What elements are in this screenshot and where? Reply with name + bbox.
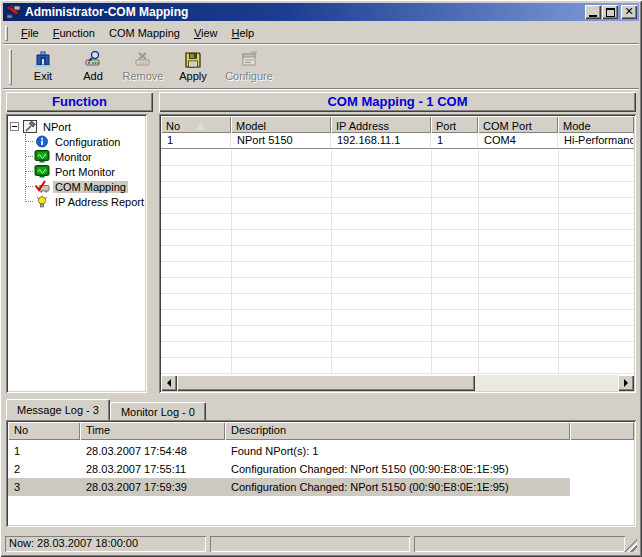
- table-row[interactable]: 1 NPort 5150 192.168.11.1 1 COM4 Hi-Perf…: [161, 133, 634, 149]
- column-header-no[interactable]: No: [161, 116, 231, 133]
- log-cell-description: Configuration Changed: NPort 5150 (00:90…: [225, 463, 570, 475]
- horizontal-scrollbar[interactable]: [161, 375, 634, 391]
- menubar-gripper[interactable]: [5, 26, 8, 41]
- tree-label-ip-address-report[interactable]: IP Address Report: [53, 196, 146, 208]
- tab-monitor-log[interactable]: Monitor Log - 0: [110, 402, 206, 420]
- cell-ip-address: 192.168.11.1: [331, 133, 431, 148]
- log-cell-description: Configuration Changed: NPort 5150 (00:90…: [225, 481, 570, 493]
- column-header-ip-address[interactable]: IP Address: [331, 116, 431, 133]
- log-column-time[interactable]: Time: [80, 422, 225, 440]
- info-icon: [34, 135, 50, 148]
- log-cell-no: 3: [8, 481, 80, 493]
- log-tabs: Message Log - 3 Monitor Log - 0: [6, 399, 206, 420]
- window-title: Administrator-COM Mapping: [25, 5, 584, 19]
- minimize-icon: [589, 15, 597, 17]
- tree-label-com-mapping[interactable]: COM Mapping: [53, 181, 128, 193]
- port-monitor-icon: [34, 165, 50, 178]
- column-divider: [478, 150, 479, 375]
- add-icon: [82, 51, 104, 69]
- menu-file[interactable]: File: [14, 25, 46, 41]
- menu-bar: File Function COM Mapping View Help: [3, 23, 639, 44]
- remove-button: Remove: [118, 47, 168, 87]
- function-panel-title: Function: [6, 92, 153, 112]
- apply-label: Apply: [179, 70, 207, 82]
- close-button[interactable]: ✕: [621, 5, 637, 19]
- log-column-filler: [570, 422, 634, 440]
- column-header-port[interactable]: Port: [431, 116, 478, 133]
- tab-message-log[interactable]: Message Log - 3: [6, 399, 110, 420]
- toolbar: Exit Add Remove: [3, 45, 639, 89]
- remove-label: Remove: [123, 70, 164, 82]
- log-cell-description: Found NPort(s): 1: [225, 445, 570, 457]
- menu-com-mapping[interactable]: COM Mapping: [102, 25, 187, 41]
- menu-help[interactable]: Help: [225, 25, 262, 41]
- log-cell-time: 28.03.2007 17:59:39: [80, 481, 225, 493]
- tree-item-com-mapping[interactable]: COM Mapping: [10, 179, 147, 194]
- column-divider: [231, 150, 232, 375]
- scrollbar-thumb[interactable]: [177, 375, 475, 391]
- tree-label-monitor[interactable]: Monitor: [53, 151, 94, 163]
- status-bar: Now: 28.03.2007 18:00:00: [3, 534, 639, 554]
- log-column-no[interactable]: No: [8, 422, 80, 440]
- tree-label-port-monitor[interactable]: Port Monitor: [53, 166, 117, 178]
- tree-node-nport[interactable]: NPort: [10, 119, 147, 134]
- maximize-button[interactable]: [602, 5, 618, 19]
- log-cell-no: 1: [8, 445, 80, 457]
- scroll-right-button[interactable]: [618, 375, 634, 391]
- column-divider: [431, 150, 432, 375]
- minimize-button[interactable]: [585, 5, 601, 19]
- status-panel-3: [414, 536, 625, 552]
- add-label: Add: [83, 70, 103, 82]
- configure-label: Configure: [225, 70, 273, 82]
- resize-grip[interactable]: [624, 539, 637, 552]
- column-header-model[interactable]: Model: [231, 116, 331, 133]
- log-cell-time: 28.03.2007 17:54:48: [80, 445, 225, 457]
- app-window: Administrator-COM Mapping ✕ File Functio…: [0, 0, 642, 557]
- add-button[interactable]: Add: [68, 47, 118, 87]
- status-now: Now: 28.03.2007 18:00:00: [5, 536, 206, 552]
- column-divider: [331, 150, 332, 375]
- maximize-icon: [606, 8, 615, 17]
- toolbar-gripper[interactable]: [9, 49, 12, 85]
- configure-icon: [238, 51, 260, 69]
- apply-button[interactable]: Apply: [168, 47, 218, 87]
- log-row-selected[interactable]: 3 28.03.2007 17:59:39 Configuration Chan…: [8, 478, 570, 496]
- exit-button[interactable]: Exit: [18, 47, 68, 87]
- tree-item-monitor[interactable]: Monitor: [10, 149, 147, 164]
- log-column-description[interactable]: Description: [225, 422, 570, 440]
- scroll-right-icon: [624, 379, 628, 387]
- status-panel-2: [210, 536, 410, 552]
- remove-icon: [132, 51, 154, 69]
- exit-icon: [32, 51, 54, 69]
- tree-item-port-monitor[interactable]: Port Monitor: [10, 164, 147, 179]
- menu-view[interactable]: View: [187, 25, 225, 41]
- log-cell-no: 2: [8, 463, 80, 475]
- title-bar[interactable]: Administrator-COM Mapping ✕: [3, 3, 639, 21]
- log-header-row: No Time Description: [8, 422, 634, 440]
- cell-com-port: COM4: [478, 133, 558, 148]
- log-row[interactable]: 1 28.03.2007 17:54:48 Found NPort(s): 1: [8, 442, 570, 460]
- column-header-mode[interactable]: Mode: [558, 116, 634, 133]
- collapse-icon[interactable]: [10, 122, 19, 131]
- column-divider: [558, 150, 559, 375]
- nport-icon: [22, 120, 38, 133]
- apply-icon: [182, 51, 204, 69]
- log-row[interactable]: 2 28.03.2007 17:55:11 Configuration Chan…: [8, 460, 570, 478]
- table-header-row: No Model IP Address Port COM Port Mode: [161, 116, 634, 133]
- message-log-table: No Time Description 1 28.03.2007 17:54:4…: [6, 420, 636, 527]
- scroll-left-icon: [167, 379, 171, 387]
- menu-function[interactable]: Function: [46, 25, 102, 41]
- exit-label: Exit: [34, 70, 52, 82]
- close-icon: ✕: [624, 7, 633, 17]
- cell-no: 1: [161, 133, 231, 148]
- sort-ascending-icon: [196, 122, 206, 130]
- configure-button: Configure: [218, 47, 280, 87]
- tree-item-ip-address-report[interactable]: IP Address Report: [10, 194, 147, 209]
- column-header-com-port[interactable]: COM Port: [478, 116, 558, 133]
- bulb-icon: [34, 195, 50, 208]
- scroll-left-button[interactable]: [161, 375, 177, 391]
- monitor-icon: [34, 150, 50, 163]
- tree-label-nport[interactable]: NPort: [41, 121, 73, 133]
- tree-label-configuration[interactable]: Configuration: [53, 136, 122, 148]
- tree-item-configuration[interactable]: Configuration: [10, 134, 147, 149]
